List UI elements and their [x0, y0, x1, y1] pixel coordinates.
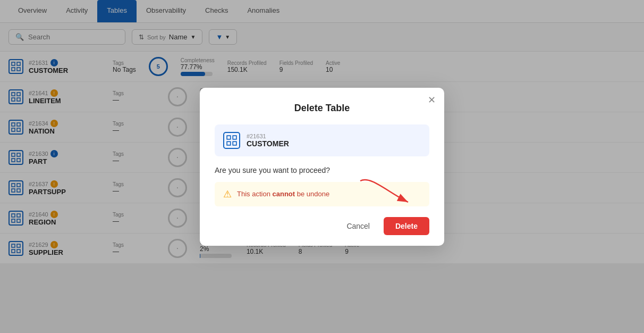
modal-overlay: ✕ Delete Table #21631 CUSTOMER Are you s… — [0, 0, 644, 333]
svg-rect-30 — [227, 141, 231, 145]
warning-icon: ⚠ — [223, 188, 232, 200]
modal-table-info: #21631 CUSTOMER — [215, 124, 429, 156]
modal-question: Are you sure you want to proceed? — [215, 166, 429, 174]
delete-table-modal: ✕ Delete Table #21631 CUSTOMER Are you s… — [200, 88, 444, 246]
modal-table-name: CUSTOMER — [247, 139, 289, 148]
modal-warning-box: ⚠ This action cannot be undone — [215, 182, 429, 206]
svg-rect-29 — [233, 136, 236, 139]
modal-table-id: #21631 — [247, 133, 289, 139]
delete-button[interactable]: Delete — [384, 217, 429, 235]
modal-table-grid-icon — [223, 132, 240, 149]
svg-rect-28 — [227, 136, 231, 139]
cancel-button[interactable]: Cancel — [339, 218, 377, 235]
warning-text: This action cannot be undone — [237, 190, 329, 198]
modal-actions: Cancel Delete — [215, 217, 429, 235]
modal-title: Delete Table — [215, 103, 429, 114]
modal-close-button[interactable]: ✕ — [428, 95, 436, 105]
svg-rect-31 — [233, 141, 236, 145]
